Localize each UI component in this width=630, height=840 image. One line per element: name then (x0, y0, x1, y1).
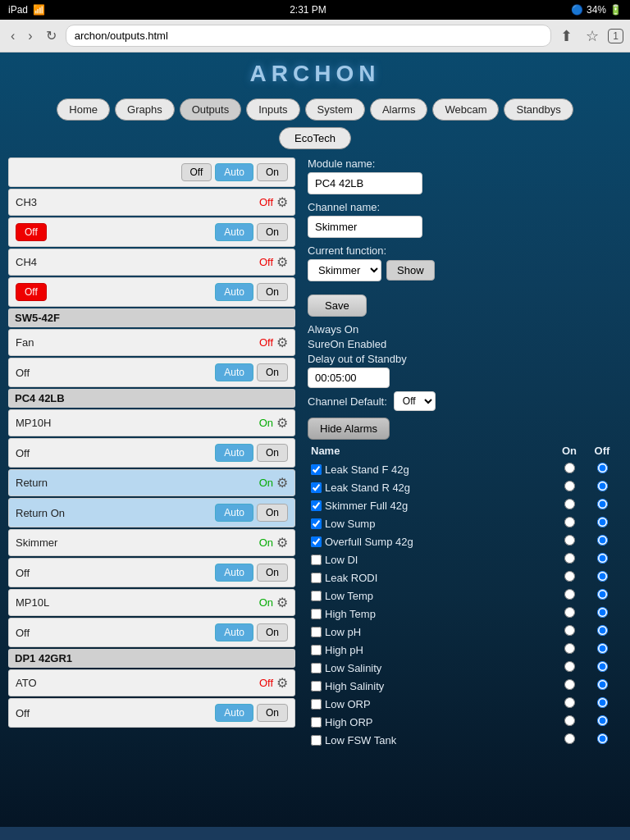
alarm-radio-on[interactable] (564, 625, 575, 636)
channel-default-select[interactable]: Off On (394, 391, 436, 411)
mp10h-gear[interactable]: ⚙ (276, 415, 288, 431)
alarm-radio-on[interactable] (564, 715, 575, 726)
btn-on[interactable]: On (257, 163, 288, 181)
alarm-radio-off[interactable] (597, 553, 608, 564)
sw5-on[interactable]: On (257, 363, 288, 381)
ch3-auto[interactable]: Auto (215, 223, 253, 241)
alarm-radio-off[interactable] (597, 697, 608, 708)
ato-on[interactable]: On (257, 704, 288, 722)
alarm-radio-off[interactable] (597, 499, 608, 509)
skimmer-on[interactable]: On (257, 564, 288, 582)
tab-count[interactable]: 1 (608, 29, 623, 43)
alarm-checkbox[interactable] (311, 735, 322, 746)
alarm-checkbox[interactable] (311, 573, 322, 583)
nav-outputs[interactable]: Outputs (180, 98, 242, 121)
ch3-on[interactable]: On (257, 223, 288, 241)
sw5-auto[interactable]: Auto (215, 363, 253, 381)
alarm-checkbox[interactable] (311, 555, 322, 565)
ch4-off-btn[interactable]: Off (16, 283, 47, 301)
ch4-gear[interactable]: ⚙ (276, 254, 288, 270)
alarm-radio-off[interactable] (597, 679, 608, 690)
alarm-radio-off[interactable] (597, 733, 608, 744)
skimmer-gear[interactable]: ⚙ (276, 535, 288, 550)
return-on-btn[interactable]: On (257, 504, 288, 522)
alarm-radio-off[interactable] (597, 715, 608, 726)
alarm-checkbox[interactable] (311, 699, 322, 710)
forward-button[interactable]: › (24, 27, 36, 45)
nav-standbys[interactable]: Standbys (504, 98, 573, 121)
alarm-radio-on[interactable] (564, 463, 575, 473)
nav-inputs[interactable]: Inputs (246, 98, 299, 121)
mp10l-auto[interactable]: Auto (215, 623, 253, 641)
alarm-radio-off[interactable] (597, 463, 608, 473)
alarm-radio-on[interactable] (564, 571, 575, 582)
alarm-checkbox[interactable] (311, 681, 322, 692)
fan-gear[interactable]: ⚙ (276, 335, 288, 350)
alarm-radio-on[interactable] (564, 643, 575, 654)
ecotech-button[interactable]: EcoTech (279, 127, 351, 149)
alarm-checkbox[interactable] (311, 482, 322, 493)
save-button[interactable]: Save (308, 294, 367, 317)
btn-auto[interactable]: Auto (215, 163, 253, 181)
alarm-checkbox[interactable] (311, 717, 322, 728)
alarm-radio-on[interactable] (564, 517, 575, 527)
alarm-radio-off[interactable] (597, 661, 608, 672)
alarm-checkbox[interactable] (311, 627, 322, 637)
alarm-radio-on[interactable] (564, 499, 575, 509)
skimmer-auto[interactable]: Auto (215, 564, 253, 582)
mp10l-gear[interactable]: ⚙ (276, 595, 288, 610)
alarm-radio-off[interactable] (597, 481, 608, 491)
alarm-radio-on[interactable] (564, 679, 575, 690)
ch4-auto[interactable]: Auto (215, 283, 253, 301)
refresh-button[interactable]: ↻ (42, 26, 61, 45)
alarm-radio-on[interactable] (564, 733, 575, 744)
alarm-checkbox[interactable] (311, 663, 322, 673)
alarm-radio-off[interactable] (597, 643, 608, 654)
alarm-radio-off[interactable] (597, 517, 608, 527)
alarm-checkbox[interactable] (311, 518, 322, 529)
bookmark-button[interactable]: ☆ (582, 25, 603, 47)
alarm-radio-on[interactable] (564, 661, 575, 672)
back-button[interactable]: ‹ (7, 27, 19, 45)
nav-system[interactable]: System (305, 98, 365, 121)
btn-off[interactable]: Off (181, 163, 212, 181)
alarm-radio-on[interactable] (564, 607, 575, 618)
ch3-off-btn[interactable]: Off (16, 223, 47, 241)
ch3-gear[interactable]: ⚙ (276, 194, 288, 210)
ch4-on[interactable]: On (257, 283, 288, 301)
alarm-radio-off[interactable] (597, 571, 608, 582)
share-button[interactable]: ⬆ (556, 25, 577, 47)
return-auto[interactable]: Auto (215, 504, 253, 522)
alarm-checkbox[interactable] (311, 464, 322, 475)
nav-graphs[interactable]: Graphs (115, 98, 175, 121)
alarm-checkbox[interactable] (311, 536, 322, 547)
nav-alarms[interactable]: Alarms (370, 98, 427, 121)
alarm-checkbox[interactable] (311, 500, 322, 511)
url-bar[interactable] (66, 25, 552, 47)
alarm-checkbox[interactable] (311, 609, 322, 619)
module-name-input[interactable] (308, 172, 422, 194)
alarm-radio-off[interactable] (597, 607, 608, 618)
alarm-radio-off[interactable] (597, 589, 608, 600)
alarm-checkbox[interactable] (311, 645, 322, 655)
delay-input[interactable] (308, 368, 390, 388)
alarm-radio-off[interactable] (597, 535, 608, 546)
return-gear[interactable]: ⚙ (276, 475, 288, 491)
ato-auto[interactable]: Auto (215, 704, 253, 722)
alarm-radio-on[interactable] (564, 535, 575, 546)
nav-home[interactable]: Home (57, 98, 110, 121)
mp10h-on[interactable]: On (257, 444, 288, 462)
show-button[interactable]: Show (386, 260, 435, 281)
nav-webcam[interactable]: Webcam (432, 98, 499, 121)
alarm-checkbox[interactable] (311, 591, 322, 601)
hide-alarms-button[interactable]: Hide Alarms (308, 418, 390, 440)
mp10l-on[interactable]: On (257, 623, 288, 641)
ato-gear[interactable]: ⚙ (276, 675, 288, 691)
mp10h-auto[interactable]: Auto (215, 444, 253, 462)
alarm-radio-on[interactable] (564, 553, 575, 564)
function-select[interactable]: Skimmer Return MP10H MP10L ATO Fan (308, 259, 381, 281)
alarm-radio-off[interactable] (597, 625, 608, 636)
alarm-radio-on[interactable] (564, 481, 575, 491)
alarm-radio-on[interactable] (564, 697, 575, 708)
alarm-radio-on[interactable] (564, 589, 575, 600)
